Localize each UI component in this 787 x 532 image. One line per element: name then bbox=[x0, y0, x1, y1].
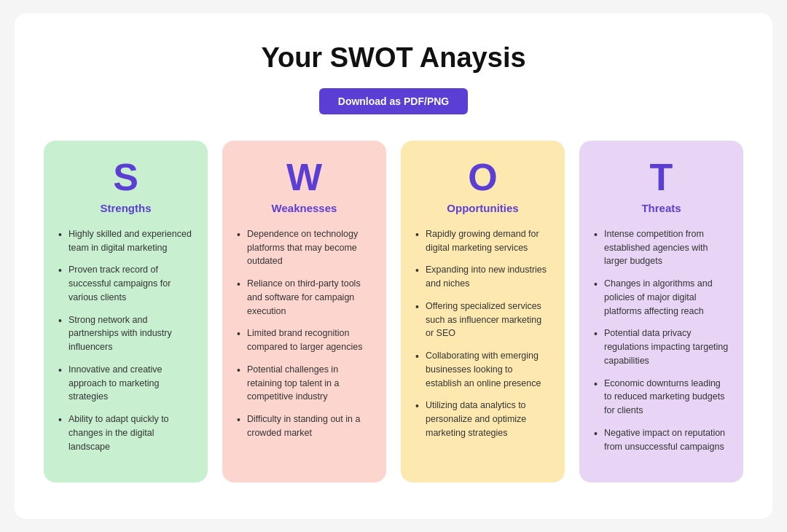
swot-letter-strengths: S bbox=[113, 158, 138, 196]
swot-item-opportunities-2: Offering specialized services such as in… bbox=[415, 300, 550, 340]
swot-item-threats-4: Negative impact on reputation from unsuc… bbox=[594, 426, 729, 454]
swot-item-opportunities-0: Rapidly growing demand for digital marke… bbox=[415, 227, 550, 255]
swot-heading-strengths: Strengths bbox=[100, 202, 151, 214]
swot-item-opportunities-3: Collaborating with emerging businesses l… bbox=[415, 349, 550, 390]
swot-item-strengths-0: Highly skilled and experienced team in d… bbox=[58, 227, 193, 255]
swot-item-strengths-2: Strong network and partnerships with ind… bbox=[58, 313, 193, 354]
swot-heading-weaknesses: Weaknesses bbox=[272, 202, 337, 214]
swot-card-opportunities: OOpportunitiesRapidly growing demand for… bbox=[401, 141, 565, 483]
swot-list-threats: Intense competition from established age… bbox=[594, 227, 729, 463]
swot-item-opportunities-1: Expanding into new industries and niches bbox=[415, 263, 550, 291]
swot-letter-threats: T bbox=[650, 158, 673, 196]
swot-list-opportunities: Rapidly growing demand for digital marke… bbox=[415, 227, 550, 449]
swot-card-strengths: SStrengthsHighly skilled and experienced… bbox=[44, 141, 208, 483]
swot-item-opportunities-4: Utilizing data analytics to personalize … bbox=[415, 399, 550, 439]
swot-letter-weaknesses: W bbox=[286, 158, 322, 196]
swot-item-strengths-4: Ability to adapt quickly to changes in t… bbox=[58, 412, 193, 453]
page-container: Your SWOT Anaysis Download as PDF/PNG SS… bbox=[15, 13, 772, 520]
swot-heading-threats: Threats bbox=[641, 202, 681, 214]
swot-item-threats-0: Intense competition from established age… bbox=[594, 227, 729, 268]
swot-card-threats: TThreatsIntense competition from establi… bbox=[579, 141, 743, 483]
swot-letter-opportunities: O bbox=[468, 158, 497, 196]
swot-list-weaknesses: Dependence on technology platforms that … bbox=[237, 227, 372, 449]
download-button[interactable]: Download as PDF/PNG bbox=[319, 88, 468, 114]
swot-item-weaknesses-3: Potential challenges in retaining top ta… bbox=[237, 363, 372, 404]
swot-item-strengths-3: Innovative and creative approach to mark… bbox=[58, 363, 193, 404]
swot-item-threats-3: Economic downturns leading to reduced ma… bbox=[594, 377, 729, 418]
swot-list-strengths: Highly skilled and experienced team in d… bbox=[58, 227, 193, 463]
swot-item-threats-2: Potential data privacy regulations impac… bbox=[594, 326, 729, 367]
swot-item-strengths-1: Proven track record of successful campai… bbox=[58, 263, 193, 304]
swot-card-weaknesses: WWeaknessesDependence on technology plat… bbox=[222, 141, 386, 483]
swot-grid: SStrengthsHighly skilled and experienced… bbox=[44, 141, 743, 483]
swot-item-threats-1: Changes in algorithms and policies of ma… bbox=[594, 277, 729, 318]
swot-item-weaknesses-4: Difficulty in standing out in a crowded … bbox=[237, 412, 372, 440]
swot-item-weaknesses-0: Dependence on technology platforms that … bbox=[237, 227, 372, 268]
swot-item-weaknesses-1: Reliance on third-party tools and softwa… bbox=[237, 277, 372, 318]
page-title: Your SWOT Anaysis bbox=[261, 42, 525, 74]
swot-heading-opportunities: Opportunities bbox=[447, 202, 518, 214]
swot-item-weaknesses-2: Limited brand recognition compared to la… bbox=[237, 326, 372, 354]
